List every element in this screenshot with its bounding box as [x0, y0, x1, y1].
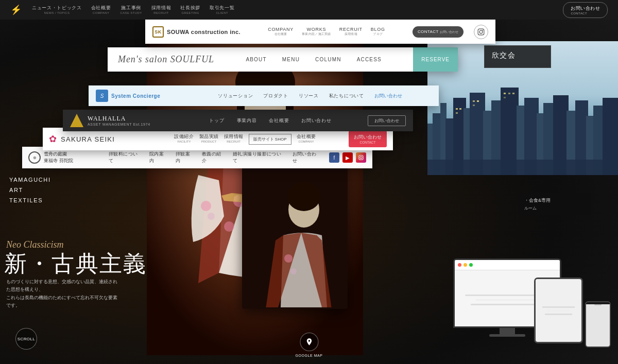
walhalla-website-card: WALHALLA ASSET MANAGEMENT Est.1974 トップ 事…: [63, 110, 413, 131]
sakura-nav-facility[interactable]: 設備紹介 FACILITY: [174, 134, 194, 145]
temple-crest-icon: ⊕: [28, 151, 41, 164]
svg-point-36: [362, 156, 363, 157]
dark-contact-button[interactable]: お問い合わせ CONTACT: [563, 2, 608, 18]
walhalla-logo-text-group: WALHALLA ASSET MANAGEMENT Est.1974: [88, 115, 150, 126]
svg-rect-30: [427, 160, 618, 175]
salon-nav: Men's salon SOULFUL ABOUT MENU COLUMN AC…: [108, 47, 458, 72]
walhalla-nav-items: トップ 事業内容 会社概要 お問い合わせ: [183, 117, 357, 124]
souwa-instagram-icon[interactable]: [474, 25, 488, 39]
souwa-logo: SK SOUWA construction inc.: [152, 26, 241, 38]
dark-nav-recruit[interactable]: 採用情報 RECRUIT: [151, 5, 171, 14]
svg-rect-28: [512, 93, 514, 94]
devices-mockup-area: [443, 246, 618, 364]
syscon-logo-text: System Concierge: [111, 93, 160, 99]
salon-nav-items: ABOUT MENU COLUMN ACCESS: [246, 57, 382, 62]
google-map-icon[interactable]: [300, 333, 318, 351]
walhalla-nav-company[interactable]: 会社概要: [269, 117, 289, 124]
dark-nav-company[interactable]: 会社概要 COMPANY: [91, 5, 111, 14]
souwa-logo-mark: SK: [152, 26, 164, 38]
desktop-base: [489, 334, 525, 337]
main-title-japanese: 新・古典主義: [4, 251, 147, 276]
svg-rect-22: [456, 112, 458, 114]
youtube-icon[interactable]: ▶: [342, 152, 353, 163]
svg-rect-27: [508, 93, 510, 94]
mobile-device: [585, 301, 611, 348]
svg-point-35: [360, 157, 362, 159]
dark-nav-works[interactable]: 施工事例 CASE STUDY: [121, 5, 142, 14]
syscon-nav-product[interactable]: プロダクト: [263, 93, 288, 99]
dark-nav-list: ニュース・トピックス NEWS / TOPICS 会社概要 COMPANY 施工…: [32, 5, 553, 14]
svg-rect-34: [359, 155, 363, 160]
souwa-nav-recruit[interactable]: RECRUIT 採用情報: [339, 27, 363, 37]
souwa-contact-button[interactable]: CONTACT お問い合わせ: [413, 26, 464, 38]
syscon-nav-contact[interactable]: お問い合わせ: [374, 93, 402, 99]
syscon-nav-items: ソリューション プロダクト リソース 私たちについて お問い合わせ: [188, 93, 432, 99]
tablet-screen: [536, 279, 581, 342]
sakura-nav-recruit[interactable]: 採用情報 RECRUIT: [224, 134, 244, 145]
svg-rect-24: [477, 100, 479, 102]
scroll-button[interactable]: scroll: [15, 328, 37, 350]
temple-nav-contact[interactable]: お問い合わせ: [293, 151, 321, 164]
syscon-logo-icon: S: [96, 90, 108, 102]
dark-header-bar: ⚡ ニュース・トピックス NEWS / TOPICS 会社概要 COMPANY …: [0, 0, 618, 20]
walhalla-nav-business[interactable]: 事業内容: [237, 117, 257, 124]
walhalla-nav-top[interactable]: トップ: [209, 117, 224, 124]
salon-nav-access[interactable]: ACCESS: [357, 57, 382, 62]
salon-website-card: Men's salon SOULFUL ABOUT MENU COLUMN AC…: [108, 47, 458, 72]
salon-reserve-button[interactable]: RESERVE: [413, 47, 458, 72]
svg-rect-21: [459, 108, 461, 110]
svg-rect-20: [456, 108, 458, 110]
syscon-nav-resource[interactable]: リソース: [299, 93, 319, 99]
souwa-nav-works[interactable]: WORKS 事業内容／施工実績: [302, 27, 331, 37]
svg-point-48: [201, 201, 211, 211]
venue-info-card: ・会食&専用 ルーム: [519, 193, 591, 215]
temple-nav-photo[interactable]: 婚礼演撮り撮影について: [233, 151, 285, 164]
syscon-nav-about[interactable]: 私たちについて: [329, 93, 364, 99]
sakura-nav-product[interactable]: 製品実績 PRODUCT: [199, 134, 219, 145]
event-title: 欣交会: [492, 51, 543, 60]
instagram-icon[interactable]: [356, 152, 366, 163]
svg-point-49: [208, 213, 215, 220]
google-map-button[interactable]: GOOGLE MAP: [295, 333, 322, 358]
venue-desc: ルーム: [524, 205, 586, 211]
souwa-logo-text: SOUWA construction inc.: [167, 29, 241, 35]
sakura-contact-button[interactable]: お問い合わせ CONTACT: [349, 131, 387, 147]
temple-social-icons: f ▶: [329, 152, 366, 163]
temple-nav-teaching[interactable]: 教義の紹介: [202, 151, 226, 164]
sakura-shop-button[interactable]: 販売サイト SHOP: [249, 134, 291, 145]
svg-rect-25: [473, 105, 475, 106]
temple-nav-guide[interactable]: 院内案内: [149, 151, 168, 164]
sakura-nav-company[interactable]: 会社概要 COMPANY: [297, 134, 316, 145]
souwa-nav-blog[interactable]: BLOG ブログ: [371, 27, 385, 37]
svg-rect-26: [504, 93, 506, 94]
temple-nav-visit[interactable]: 拝観案内: [176, 151, 195, 164]
salon-nav-column[interactable]: COLUMN: [315, 57, 341, 62]
left-brand-text: YAMAGUCHI ART TEXTILES: [9, 175, 51, 205]
lightning-icon: ⚡: [10, 5, 22, 14]
sakura-logo: ✿ SAKURA SEIKI: [49, 133, 142, 145]
svg-point-33: [482, 29, 483, 30]
facebook-icon[interactable]: f: [329, 152, 339, 163]
syscon-logo: S System Concierge: [96, 90, 178, 102]
souwa-nav-company[interactable]: COMPANY 会社概要: [268, 27, 294, 37]
temple-logo-text: 雪舟の庭園東福寺 芬陀院: [44, 151, 73, 164]
temple-nav-fee[interactable]: 拝観料について: [109, 151, 142, 164]
dark-nav-news[interactable]: ニュース・トピックス NEWS / TOPICS: [32, 5, 82, 14]
sakura-flower-icon: ✿: [49, 133, 57, 145]
salon-nav-menu[interactable]: MENU: [282, 57, 300, 62]
walhalla-nav-contact[interactable]: お問い合わせ: [301, 117, 331, 124]
svg-rect-31: [478, 29, 484, 35]
souwa-nav: COMPANY 会社概要 WORKS 事業内容／施工実績 RECRUIT 採用情…: [251, 27, 402, 37]
buildings-svg: [427, 82, 618, 175]
syscon-nav-solution[interactable]: ソリューション: [218, 93, 253, 99]
svg-point-54: [287, 182, 320, 211]
temple-nav-items: 拝観料について 院内案内 拝観案内 教義の紹介 婚礼演撮り撮影について お問い合…: [109, 151, 321, 164]
walhalla-contact-button[interactable]: お問い合わせ: [368, 115, 406, 126]
mobile-screen: [586, 304, 610, 348]
dark-nav-client[interactable]: 取引先一覧 CLIENT: [210, 5, 234, 14]
dark-nav-greeting[interactable]: 社長挨拶 GREETING: [180, 5, 200, 14]
event-floating-card: 欣交会: [484, 45, 551, 68]
salon-nav-about[interactable]: ABOUT: [246, 57, 266, 62]
svg-rect-23: [473, 100, 475, 102]
phone-kimono-overlay: ☎ ☎ 075-252-2505: [242, 144, 348, 309]
